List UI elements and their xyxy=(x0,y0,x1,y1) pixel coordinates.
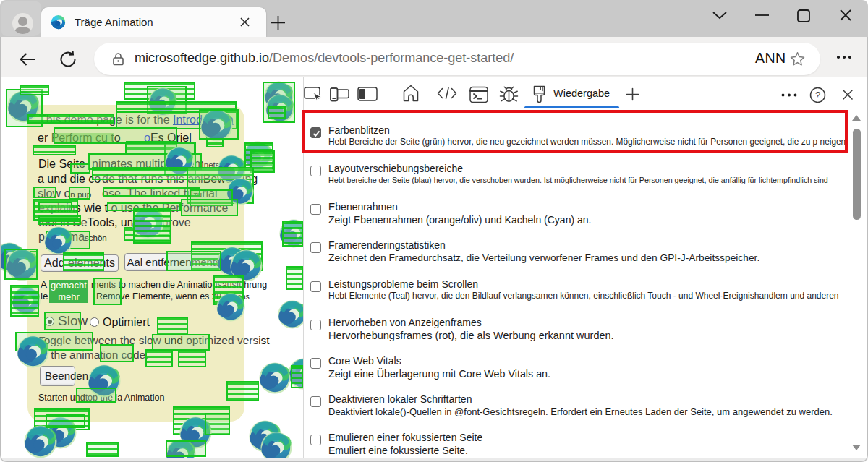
svg-text:?: ? xyxy=(815,90,820,100)
